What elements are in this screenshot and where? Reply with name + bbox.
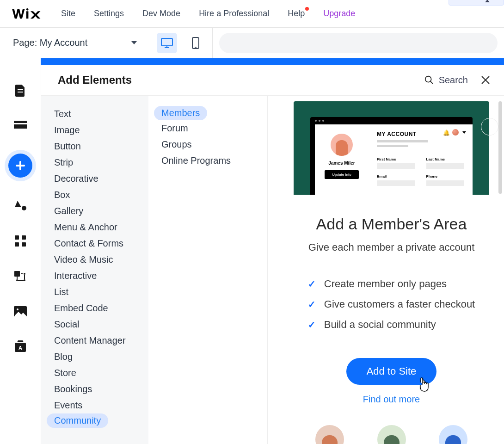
page-selector-label: Page: My Account xyxy=(13,37,87,48)
sub-groups[interactable]: Groups xyxy=(161,136,267,153)
apps-icon[interactable] xyxy=(13,234,27,248)
preview-scrollbar[interactable] xyxy=(498,101,502,194)
menu-help[interactable]: Help xyxy=(288,9,305,18)
top-search-input[interactable] xyxy=(219,33,498,53)
mock-avatar-name: James Miler xyxy=(328,160,355,166)
background-decoration xyxy=(481,118,498,136)
page-selector[interactable]: Page: My Account xyxy=(0,28,150,58)
svg-rect-12 xyxy=(16,165,25,166)
cat-store[interactable]: Store xyxy=(54,365,148,381)
cat-contact-forms[interactable]: Contact & Forms xyxy=(54,235,148,252)
cat-list[interactable]: List xyxy=(54,284,148,300)
subcategory-list[interactable]: Members Forum Groups Online Programs xyxy=(148,96,268,444)
cat-button[interactable]: Button xyxy=(54,138,148,154)
sub-members[interactable]: Members xyxy=(154,106,207,120)
cat-content-manager[interactable]: Content Manager xyxy=(54,333,148,349)
left-tool-rail: A xyxy=(0,65,41,444)
category-list[interactable]: Text Image Button Strip Decorative Box G… xyxy=(41,96,148,444)
editor-toolbar: Page: My Account xyxy=(0,28,504,58)
check-icon: ✓ xyxy=(308,299,316,310)
svg-point-20 xyxy=(16,279,18,281)
members-area-mock: James Miler Update Info 🔔 MY xyxy=(294,101,489,195)
notification-dot-icon xyxy=(305,7,309,11)
media-icon[interactable] xyxy=(13,304,27,318)
menu-site[interactable]: Site xyxy=(61,9,75,18)
panel-search-label: Search xyxy=(439,75,468,86)
panel-title: Add Elements xyxy=(58,74,132,86)
cat-blog[interactable]: Blog xyxy=(54,349,148,365)
check-icon: ✓ xyxy=(308,319,316,330)
wix-logo[interactable] xyxy=(11,7,43,20)
viewport-switch xyxy=(150,28,213,58)
menu-help-label: Help xyxy=(288,9,305,18)
cat-social[interactable]: Social xyxy=(54,316,148,333)
member-card[interactable]: Jenny Wilson xyxy=(377,425,406,444)
svg-rect-18 xyxy=(14,271,20,277)
mock-update-button: Update Info xyxy=(325,170,358,179)
my-business-icon[interactable] xyxy=(13,269,27,283)
sub-forum[interactable]: Forum xyxy=(161,120,267,136)
member-card[interactable]: Jacob Jones xyxy=(439,425,467,444)
cat-community[interactable]: Community xyxy=(47,413,108,428)
svg-rect-7 xyxy=(18,89,23,90)
svg-rect-0 xyxy=(26,11,29,18)
cat-menu-anchor[interactable]: Menu & Anchor xyxy=(54,219,148,235)
add-to-site-button[interactable]: Add to Site xyxy=(346,358,437,385)
mobile-view-button[interactable] xyxy=(185,33,206,53)
member-avatar xyxy=(315,425,344,444)
cat-bookings[interactable]: Bookings xyxy=(54,381,148,397)
svg-rect-9 xyxy=(14,121,27,123)
menu-hire[interactable]: Hire a Professional xyxy=(199,9,269,18)
svg-rect-8 xyxy=(18,92,23,92)
panel-header: Add Elements Search xyxy=(41,65,504,95)
cat-box[interactable]: Box xyxy=(54,187,148,203)
hero-bullets: ✓Create member only pages ✓Give customer… xyxy=(308,274,475,335)
sections-icon[interactable] xyxy=(13,118,27,132)
svg-point-23 xyxy=(17,308,18,310)
sub-online-programs[interactable]: Online Programs xyxy=(161,153,267,169)
panel-search[interactable]: Search xyxy=(424,75,468,86)
account-chip[interactable] xyxy=(449,0,504,6)
cat-text[interactable]: Text xyxy=(54,106,148,122)
menu-settings[interactable]: Settings xyxy=(94,9,124,18)
mock-top-icons: 🔔 xyxy=(443,129,466,136)
svg-rect-2 xyxy=(161,38,172,46)
cat-interactive[interactable]: Interactive xyxy=(54,268,148,284)
cat-gallery[interactable]: Gallery xyxy=(54,203,148,219)
pages-icon[interactable] xyxy=(13,83,27,97)
menu-upgrade[interactable]: Upgrade xyxy=(323,9,355,18)
add-elements-button[interactable] xyxy=(8,154,32,178)
member-avatar xyxy=(439,425,467,444)
svg-rect-17 xyxy=(22,242,26,247)
chevron-down-icon xyxy=(131,41,137,44)
theme-icon[interactable] xyxy=(13,199,27,213)
hero-subtitle: Give each member a private account xyxy=(298,241,485,253)
members-preview-row: Guy Hawkins Jenny Wilson Jacob Jones xyxy=(294,425,489,444)
svg-point-1 xyxy=(26,8,29,11)
svg-text:A: A xyxy=(18,345,22,351)
desktop-view-button[interactable] xyxy=(157,33,177,53)
preview-pane: James Miler Update Info 🔔 MY xyxy=(268,96,504,444)
cat-strip[interactable]: Strip xyxy=(54,154,148,171)
member-avatar xyxy=(377,425,406,444)
svg-point-21 xyxy=(24,279,25,281)
cat-events[interactable]: Events xyxy=(54,397,148,413)
find-out-more-link[interactable]: Find out more xyxy=(298,394,485,405)
panel-close-button[interactable] xyxy=(481,75,490,85)
member-card[interactable]: Guy Hawkins xyxy=(315,425,344,444)
panel-accent-strip xyxy=(41,58,504,65)
bell-icon: 🔔 xyxy=(443,130,449,135)
hero-title: Add a Member's Area xyxy=(298,215,485,233)
svg-rect-14 xyxy=(15,235,19,240)
cat-image[interactable]: Image xyxy=(54,122,148,138)
svg-point-26 xyxy=(425,76,431,82)
content-manager-icon[interactable]: A xyxy=(13,339,27,353)
svg-rect-10 xyxy=(14,124,27,129)
cat-decorative[interactable]: Decorative xyxy=(54,171,148,187)
cat-embed-code[interactable]: Embed Code xyxy=(54,300,148,316)
chevron-down-icon xyxy=(462,131,466,134)
add-elements-panel: Add Elements Search Text Image Button St… xyxy=(41,65,504,444)
cat-video-music[interactable]: Video & Music xyxy=(54,252,148,268)
menu-dev-mode[interactable]: Dev Mode xyxy=(142,9,180,18)
mock-user-avatar xyxy=(452,129,459,136)
